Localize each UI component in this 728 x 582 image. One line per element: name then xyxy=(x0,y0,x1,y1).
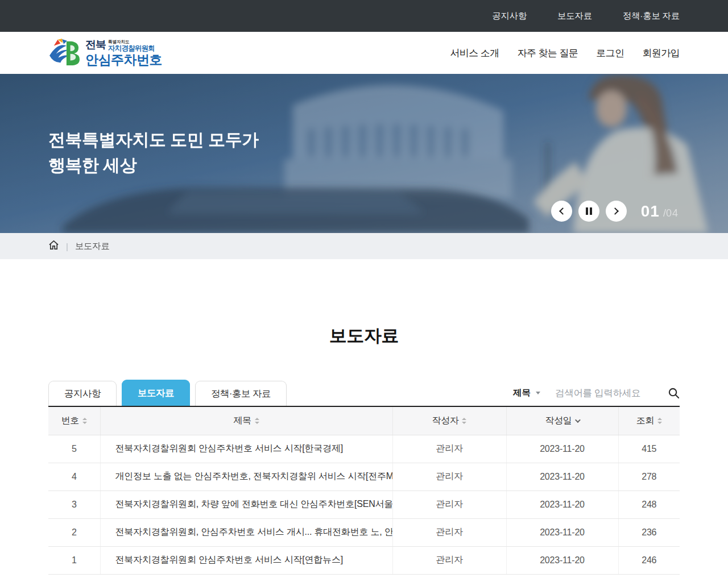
site-logo[interactable]: 전북 특별자치도 자치경찰위원회 안심주차번호 xyxy=(48,38,162,68)
tab-policy[interactable]: 정책·홍보 자료 xyxy=(195,381,287,406)
sort-views[interactable]: 조회 xyxy=(636,415,662,427)
nav-faq[interactable]: 자주 찾는 질문 xyxy=(518,47,578,60)
cell-no: 3 xyxy=(48,490,100,518)
carousel-pause-button[interactable] xyxy=(578,201,599,222)
logo-mark-icon xyxy=(48,38,81,68)
search-field-value: 제목 xyxy=(513,387,531,399)
cell-title: 전북자치경찰위원회 안심주차번호 서비스 시작[연합뉴스] xyxy=(100,546,392,574)
search-field-select[interactable]: 제목 xyxy=(513,387,540,399)
hero-banner: 전북특별자치도 도민 모두가 행복한 세상 01 / 04 xyxy=(0,74,728,233)
breadcrumb-current: 보도자료 xyxy=(75,240,110,252)
sort-author[interactable]: 작성자 xyxy=(432,415,467,427)
home-icon xyxy=(48,240,59,250)
logo-region: 전북 xyxy=(85,39,106,50)
site-header: 전북 특별자치도 자치경찰위원회 안심주차번호 서비스 소개 자주 찾는 질문 … xyxy=(0,32,728,74)
cell-views: 415 xyxy=(618,435,680,463)
sort-both-icon xyxy=(462,418,466,424)
cell-no: 4 xyxy=(48,463,100,490)
carousel-prev-button[interactable] xyxy=(551,201,572,222)
sort-both-icon xyxy=(255,418,259,424)
sort-date[interactable]: 작성일 xyxy=(545,415,580,427)
pause-icon xyxy=(586,207,593,215)
slide-total: 04 xyxy=(666,207,679,219)
utilbar-link-press[interactable]: 보도자료 xyxy=(557,10,592,22)
cell-title: 개인정보 노출 없는 안심주차번호, 전북자치경찰위 서비스 시작[전주MBC] xyxy=(100,463,392,490)
column-header-views: 조회 xyxy=(618,406,680,435)
logo-text: 전북 특별자치도 자치경찰위원회 안심주차번호 xyxy=(85,39,162,66)
search-button[interactable] xyxy=(668,387,680,399)
chevron-right-icon xyxy=(611,207,619,215)
cell-no: 5 xyxy=(48,435,100,463)
cell-title: 전북자치경찰위원회 안심주차번호 서비스 시작[한국경제] xyxy=(100,435,392,463)
cell-author: 관리자 xyxy=(392,435,506,463)
cell-author: 관리자 xyxy=(392,490,506,518)
table-row: 5 전북자치경찰위원회 안심주차번호 서비스 시작[한국경제] 관리자 2023… xyxy=(48,435,680,463)
post-link[interactable]: 개인정보 노출 없는 안심주차번호, 전북자치경찰위 서비스 시작[전주MBC] xyxy=(115,471,393,481)
board-search: 제목 xyxy=(513,387,680,406)
sort-both-icon xyxy=(82,418,87,424)
tab-notice[interactable]: 공지사항 xyxy=(48,381,117,406)
nav-service-intro[interactable]: 서비스 소개 xyxy=(450,47,499,60)
nav-signup[interactable]: 회원가입 xyxy=(642,47,680,60)
sort-both-icon xyxy=(657,418,662,424)
table-header-row: 번호 제목 작성자 xyxy=(48,406,680,435)
hero-headline: 전북특별자치도 도민 모두가 행복한 세상 xyxy=(48,127,259,178)
cell-views: 248 xyxy=(618,490,680,518)
sort-no[interactable]: 번호 xyxy=(61,415,87,427)
logo-region-sub: 특별자치도 xyxy=(108,40,155,44)
hero-carousel-controls: 01 / 04 xyxy=(551,201,679,222)
cell-date: 2023-11-20 xyxy=(506,463,618,490)
chevron-left-icon xyxy=(559,207,566,215)
logo-service: 안심주차번호 xyxy=(85,53,162,66)
press-release-table: 번호 제목 작성자 xyxy=(48,406,680,575)
chevron-down-icon xyxy=(536,392,540,394)
column-header-title: 제목 xyxy=(100,406,392,435)
post-link[interactable]: 전북자치경찰위원회, 안심주차번호 서비스 개시... 휴대전화번호 노, 안심… xyxy=(115,527,393,537)
column-header-author: 작성자 xyxy=(392,406,506,435)
board-tabs: 공지사항 보도자료 정책·홍보 자료 xyxy=(48,380,287,406)
cell-no: 1 xyxy=(48,546,100,574)
table-row: 2 전북자치경찰위원회, 안심주차번호 서비스 개시... 휴대전화번호 노, … xyxy=(48,518,680,546)
cell-date: 2023-11-20 xyxy=(506,546,618,574)
cell-views: 278 xyxy=(618,463,680,490)
cell-author: 관리자 xyxy=(392,463,506,490)
page-title: 보도자료 xyxy=(48,324,680,348)
hero-headline-line1: 전북특별자치도 도민 모두가 xyxy=(48,127,259,152)
cell-date: 2023-11-20 xyxy=(506,435,618,463)
nav-login[interactable]: 로그인 xyxy=(596,47,624,60)
slide-current: 01 xyxy=(641,202,660,221)
utilbar-link-notice[interactable]: 공지사항 xyxy=(492,10,527,22)
logo-org: 자치경찰위원회 xyxy=(108,45,155,52)
sort-desc-icon xyxy=(575,417,581,423)
main-nav: 서비스 소개 자주 찾는 질문 로그인 회원가입 xyxy=(450,47,680,60)
cell-title: 전북자치경찰위원회, 차량 앞에 전화번호 대신 안심주차번호[SEN서울경제… xyxy=(100,490,392,518)
cell-title: 전북자치경찰위원회, 안심주차번호 서비스 개시... 휴대전화번호 노, 안심… xyxy=(100,518,392,546)
search-input[interactable] xyxy=(555,388,653,398)
post-link[interactable]: 전북자치경찰위원회 안심주차번호 서비스 시작[한국경제] xyxy=(115,443,343,453)
carousel-next-button[interactable] xyxy=(606,201,627,222)
cell-views: 236 xyxy=(618,518,680,546)
post-link[interactable]: 전북자치경찰위원회 안심주차번호 서비스 시작[연합뉴스] xyxy=(115,555,343,564)
search-icon xyxy=(668,387,680,399)
post-link[interactable]: 전북자치경찰위원회, 차량 앞에 전화번호 대신 안심주차번호[SEN서울경제… xyxy=(115,499,393,509)
cell-date: 2023-11-20 xyxy=(506,490,618,518)
utility-bar: 공지사항 보도자료 정책·홍보 자료 xyxy=(0,0,728,32)
tab-press[interactable]: 보도자료 xyxy=(122,380,190,406)
cell-author: 관리자 xyxy=(392,518,506,546)
column-header-date: 작성일 xyxy=(506,406,618,435)
breadcrumb-bar: | 보도자료 xyxy=(0,233,728,259)
cell-author: 관리자 xyxy=(392,546,506,574)
column-header-no: 번호 xyxy=(48,406,100,435)
sort-title[interactable]: 제목 xyxy=(233,415,259,427)
cell-date: 2023-11-20 xyxy=(506,518,618,546)
table-row: 1 전북자치경찰위원회 안심주차번호 서비스 시작[연합뉴스] 관리자 2023… xyxy=(48,546,680,574)
board-content: 보도자료 공지사항 보도자료 정책·홍보 자료 제목 xyxy=(48,259,680,575)
hero-headline-line2: 행복한 세상 xyxy=(48,152,259,178)
cell-views: 246 xyxy=(618,546,680,574)
table-row: 3 전북자치경찰위원회, 차량 앞에 전화번호 대신 안심주차번호[SEN서울경… xyxy=(48,490,680,518)
utilbar-link-policy[interactable]: 정책·홍보 자료 xyxy=(623,10,680,22)
breadcrumb-separator: | xyxy=(66,242,68,251)
breadcrumb-home[interactable] xyxy=(48,240,59,252)
table-row: 4 개인정보 노출 없는 안심주차번호, 전북자치경찰위 서비스 시작[전주MB… xyxy=(48,463,680,490)
cell-no: 2 xyxy=(48,518,100,546)
